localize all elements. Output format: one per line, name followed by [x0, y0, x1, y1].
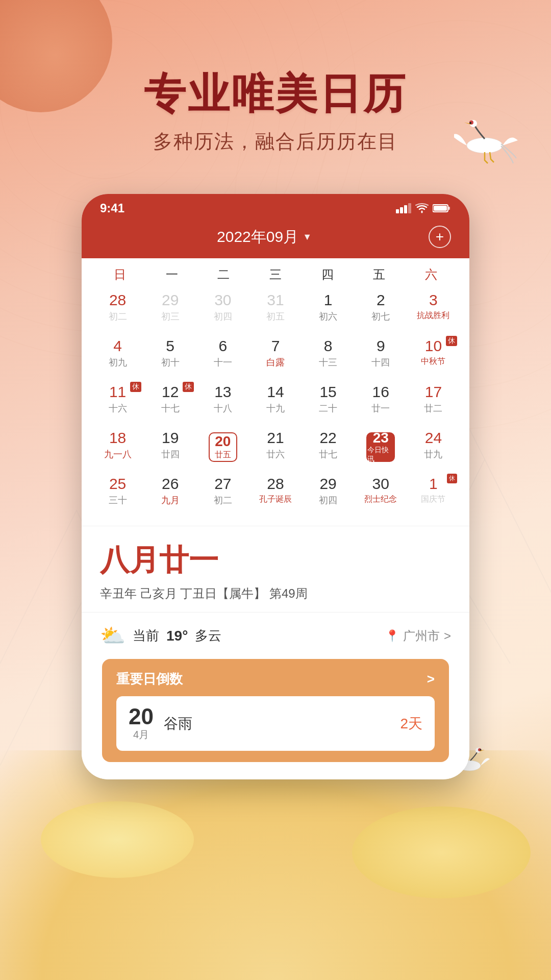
table-row[interactable]: 15 二十 [303, 379, 354, 424]
table-row[interactable]: 31 初五 [249, 287, 301, 332]
signal-icon [396, 203, 411, 213]
day-header-mon: 一 [146, 266, 198, 283]
day-headers-row: 日 一 二 三 四 五 六 [92, 258, 459, 287]
table-row[interactable]: 28 初二 [92, 287, 143, 332]
rest-badge: 休 [446, 336, 457, 346]
weather-prefix: 当前 [133, 627, 159, 645]
table-row[interactable]: 14 十九 [249, 379, 301, 424]
countdown-month: 4月 [133, 728, 149, 742]
svg-rect-26 [434, 206, 447, 211]
table-row[interactable]: 3 抗战胜利 [408, 287, 459, 332]
svg-rect-21 [400, 207, 403, 213]
wifi-icon [415, 203, 429, 213]
countdown-day-num: 20 [129, 705, 154, 728]
table-row[interactable]: 16 廿一 [355, 379, 407, 424]
countdown-days-remaining: 2天 [400, 714, 422, 733]
title-section: 专业唯美日历 多种历法，融合后历历在目 [0, 66, 551, 155]
table-row[interactable]: 24 廿九 [408, 425, 459, 470]
day-header-sat: 六 [405, 266, 457, 283]
lunar-big-date: 八月廿一 [100, 541, 451, 580]
status-time: 9:41 [100, 201, 124, 215]
table-row[interactable]: 17 廿二 [408, 379, 459, 424]
svg-rect-23 [408, 203, 411, 213]
calendar-dropdown-arrow: ▼ [303, 232, 312, 242]
table-row[interactable]: 8 十三 [303, 333, 354, 378]
table-row[interactable]: 休 10 中秋节 [408, 333, 459, 378]
countdown-item[interactable]: 20 4月 谷雨 2天 [116, 696, 435, 751]
calendar-grid: 日 一 二 三 四 五 六 28 初二 29 初三 30 初四 [82, 258, 469, 526]
countdown-title: 重要日倒数 [116, 670, 183, 688]
today-cell[interactable]: 23 今日快讯 [355, 425, 407, 470]
countdown-date-block: 20 4月 [129, 705, 154, 742]
table-row[interactable]: 29 初三 [144, 287, 196, 332]
table-row[interactable]: 30 初四 [197, 287, 248, 332]
lunar-display-section: 八月廿一 辛丑年 己亥月 丁丑日【属牛】 第49周 [82, 526, 469, 612]
table-row[interactable]: 20 廿五 [197, 425, 248, 470]
table-row[interactable]: 22 廿七 [303, 425, 354, 470]
table-row[interactable]: 休 11 十六 [92, 379, 143, 424]
countdown-event-name: 谷雨 [164, 714, 390, 733]
day-header-wed: 三 [249, 266, 302, 283]
lunar-detail-text: 辛丑年 己亥月 丁丑日【属牛】 第49周 [100, 585, 451, 602]
add-event-button[interactable]: + [429, 226, 451, 248]
table-row[interactable]: 9 十四 [355, 333, 407, 378]
table-row[interactable]: 4 初九 [92, 333, 143, 378]
svg-rect-20 [396, 209, 399, 213]
main-title: 专业唯美日历 [0, 66, 551, 122]
status-bar: 9:41 [82, 194, 469, 220]
weather-location[interactable]: 📍 广州市 > [385, 628, 451, 644]
status-icons [396, 203, 451, 213]
table-row[interactable]: 5 初十 [144, 333, 196, 378]
table-row[interactable]: 19 廿四 [144, 425, 196, 470]
svg-rect-25 [448, 207, 450, 210]
phone-mockup: 9:41 [82, 194, 469, 779]
table-row[interactable]: 27 初二 [197, 471, 248, 516]
table-row[interactable]: 6 十一 [197, 333, 248, 378]
cloud-decoration-2 [352, 806, 531, 898]
countdown-header-arrow[interactable]: > [427, 671, 435, 687]
weather-arrow-icon: > [444, 629, 451, 643]
table-row[interactable]: 21 廿六 [249, 425, 301, 470]
day-header-thu: 四 [302, 266, 354, 283]
table-row[interactable]: 2 初七 [355, 287, 407, 332]
table-row[interactable]: 28 孔子诞辰 [249, 471, 301, 516]
weather-icon: ⛅ [100, 624, 126, 648]
table-row[interactable]: 1 初六 [303, 287, 354, 332]
table-row[interactable]: 29 初四 [303, 471, 354, 516]
sub-title: 多种历法，融合后历历在目 [0, 129, 551, 155]
calendar-title[interactable]: 2022年09月 ▼ [217, 227, 312, 248]
calendar-header: 2022年09月 ▼ + [82, 220, 469, 258]
table-row[interactable]: 休 12 十七 [144, 379, 196, 424]
table-row[interactable]: 休 1 国庆节 [408, 471, 459, 516]
rest-badge: 休 [447, 474, 457, 483]
weather-temperature: 19° [166, 628, 188, 644]
table-row[interactable]: 7 白露 [249, 333, 301, 378]
svg-rect-22 [404, 205, 407, 213]
day-header-sun: 日 [94, 266, 146, 283]
day-header-tue: 二 [197, 266, 249, 283]
rest-badge: 休 [183, 382, 194, 392]
weather-condition: 多云 [195, 627, 221, 645]
weather-info: ⛅ 当前 19° 多云 [100, 624, 221, 648]
rest-badge: 休 [130, 382, 141, 392]
table-row[interactable]: 13 十八 [197, 379, 248, 424]
countdown-section: 重要日倒数 > 20 4月 谷雨 2天 [102, 659, 449, 762]
table-row[interactable]: 26 九月 [144, 471, 196, 516]
day-header-fri: 五 [354, 266, 406, 283]
cloud-decoration-1 [41, 801, 194, 878]
table-row[interactable]: 30 烈士纪念 [355, 471, 407, 516]
location-city: 广州市 [403, 628, 440, 644]
countdown-header: 重要日倒数 > [116, 670, 435, 688]
calendar-rows: 28 初二 29 初三 30 初四 31 初五 1 初六 2 初七 [92, 287, 459, 516]
weather-section: ⛅ 当前 19° 多云 📍 广州市 > [82, 612, 469, 659]
table-row[interactable]: 25 三十 [92, 471, 143, 516]
table-row[interactable]: 18 九一八 [92, 425, 143, 470]
svg-point-19 [480, 749, 482, 751]
battery-icon [433, 204, 451, 213]
location-pin-icon: 📍 [385, 629, 399, 643]
